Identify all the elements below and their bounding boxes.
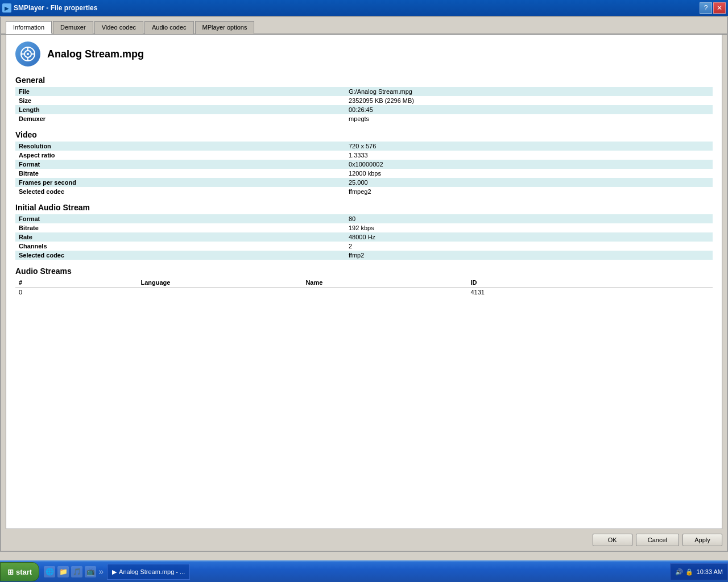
ie-icon[interactable]: 🌐 [44, 566, 55, 577]
audio-streams-header: Audio Streams [15, 267, 713, 276]
tab-bar: Information Demuxer Video codec Audio co… [1, 17, 727, 35]
row-value: 2352095 KB (2296 MB) [345, 96, 713, 105]
row-label: Channels [15, 242, 345, 251]
file-icon [15, 41, 40, 66]
row-value: G:/Analog Stream.mpg [345, 87, 713, 96]
folder-icon[interactable]: 📁 [57, 566, 69, 577]
file-header: Analog Stream.mpg [15, 41, 713, 66]
window-title: SMPlayer - File properties [14, 4, 97, 12]
row-value: 2 [345, 242, 713, 251]
tab-video-codec[interactable]: Video codec [94, 21, 143, 34]
row-label: Length [15, 105, 345, 114]
dialog: Information Demuxer Video codec Audio co… [0, 16, 728, 552]
row-value: 48000 Hz [345, 232, 713, 242]
app2-icon[interactable]: 📺 [85, 566, 96, 577]
table-row: Format80 [15, 214, 713, 223]
row-label: Bitrate [15, 223, 345, 232]
expand-icon[interactable]: » [98, 567, 104, 577]
row-value: ffmp2 [345, 251, 713, 260]
stream-language [137, 288, 302, 297]
table-row: Resolution720 x 576 [15, 142, 713, 151]
table-row: Selected codecffmpeg2 [15, 187, 713, 196]
stream-id: 4131 [467, 288, 713, 297]
title-bar-buttons: ? ✕ [700, 2, 726, 14]
media-icon[interactable]: 🎵 [71, 566, 82, 577]
column-header: Name [302, 278, 467, 288]
table-row: 0 4131 [15, 288, 713, 297]
column-header: ID [467, 278, 713, 288]
row-label: Format [15, 160, 345, 169]
column-header: Language [137, 278, 302, 288]
row-value: 12000 kbps [345, 169, 713, 178]
title-bar: ▶ SMPlayer - File properties ? ✕ [0, 0, 728, 16]
general-header: General [15, 76, 713, 85]
systray-icons: 🔊 🔒 [675, 568, 693, 576]
table-row: Channels2 [15, 242, 713, 251]
ok-button[interactable]: OK [593, 534, 632, 546]
row-label: Demuxer [15, 114, 345, 123]
row-value: 192 kbps [345, 223, 713, 232]
row-label: Rate [15, 232, 345, 242]
table-row: Size2352095 KB (2296 MB) [15, 96, 713, 105]
row-label: Frames per second [15, 178, 345, 187]
help-button[interactable]: ? [700, 2, 712, 14]
table-row: Format0x10000002 [15, 160, 713, 169]
close-button[interactable]: ✕ [713, 2, 726, 14]
row-label: Selected codec [15, 251, 345, 260]
video-table: Resolution720 x 576Aspect ratio1.3333For… [15, 142, 713, 196]
table-row: Frames per second25.000 [15, 178, 713, 187]
table-row: Rate48000 Hz [15, 232, 713, 242]
row-value: ffmpeg2 [345, 187, 713, 196]
row-value: 0x10000002 [345, 160, 713, 169]
apply-button[interactable]: Apply [682, 534, 722, 546]
table-row: Demuxermpegts [15, 114, 713, 123]
stream-num: 0 [15, 288, 137, 297]
tab-demuxer[interactable]: Demuxer [53, 21, 93, 34]
row-value: 1.3333 [345, 151, 713, 160]
clock: 10:33 AM [697, 568, 723, 575]
taskbar-item-label: Analog Stream.mpg - ... [119, 568, 185, 575]
taskbar: ⊞ start 🌐 📁 🎵 📺 » ▶ Analog Stream.mpg - … [0, 560, 728, 582]
cancel-button[interactable]: Cancel [636, 534, 679, 546]
bottom-area: OK Cancel Apply [1, 529, 727, 551]
start-button[interactable]: ⊞ start [0, 562, 39, 581]
taskbar-item-icon: ▶ [112, 568, 117, 576]
video-header: Video [15, 130, 713, 139]
row-label: File [15, 87, 345, 96]
content-area: Analog Stream.mpg General FileG:/Analog … [6, 35, 722, 529]
general-table: FileG:/Analog Stream.mpgSize2352095 KB (… [15, 87, 713, 123]
row-label: Resolution [15, 142, 345, 151]
quick-launch: 🌐 📁 🎵 📺 » [44, 566, 104, 577]
tab-mplayer-options[interactable]: MPlayer options [195, 21, 255, 34]
row-label: Aspect ratio [15, 151, 345, 160]
start-label: start [16, 568, 32, 576]
row-value: 25.000 [345, 178, 713, 187]
row-value: 00:26:45 [345, 105, 713, 114]
table-row: Bitrate12000 kbps [15, 169, 713, 178]
table-row: Length00:26:45 [15, 105, 713, 114]
title-bar-left: ▶ SMPlayer - File properties [2, 3, 97, 13]
tab-audio-codec[interactable]: Audio codec [144, 21, 194, 34]
taskbar-smplayer[interactable]: ▶ Analog Stream.mpg - ... [107, 564, 190, 580]
table-row: Selected codecffmp2 [15, 251, 713, 260]
tab-information[interactable]: Information [6, 21, 52, 34]
app-icon: ▶ [2, 3, 11, 13]
row-label: Bitrate [15, 169, 345, 178]
row-label: Size [15, 96, 345, 105]
svg-point-2 [27, 53, 29, 55]
file-name: Analog Stream.mpg [47, 48, 144, 60]
row-value: 80 [345, 214, 713, 223]
table-row: Bitrate192 kbps [15, 223, 713, 232]
taskbar-right: 🔊 🔒 10:33 AM [670, 563, 728, 580]
start-icon: ⊞ [7, 568, 14, 576]
row-value: 720 x 576 [345, 142, 713, 151]
row-label: Selected codec [15, 187, 345, 196]
table-row: FileG:/Analog Stream.mpg [15, 87, 713, 96]
row-label: Format [15, 214, 345, 223]
initial-audio-header: Initial Audio Stream [15, 203, 713, 212]
row-value: mpegts [345, 114, 713, 123]
audio-streams-table: #LanguageNameID 0 4131 [15, 278, 713, 297]
initial-audio-table: Format80Bitrate192 kbpsRate48000 HzChann… [15, 214, 713, 260]
table-row: Aspect ratio1.3333 [15, 151, 713, 160]
taskbar-items: ▶ Analog Stream.mpg - ... [107, 564, 670, 580]
